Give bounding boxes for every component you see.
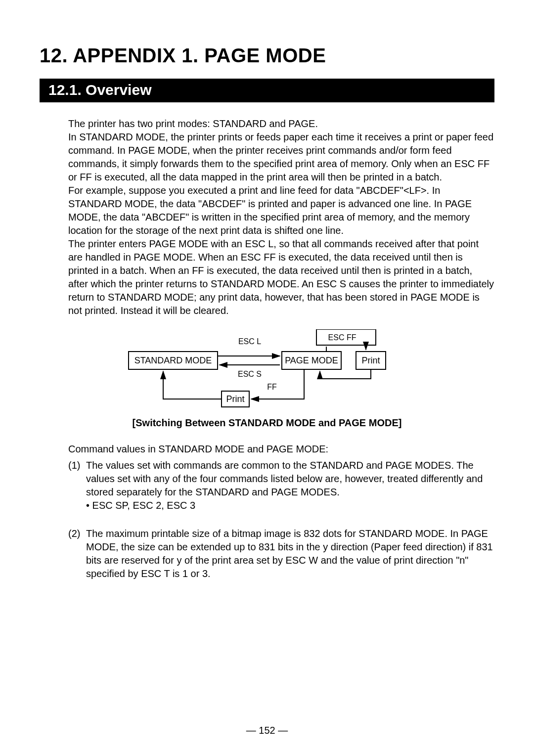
standard-mode-label: STANDARD MODE — [134, 356, 212, 365]
chapter-title: 12. APPENDIX 1. PAGE MODE — [40, 44, 494, 67]
page-number: — 152 — — [0, 725, 534, 736]
list-item: (2) The maximum printable size of a bitm… — [68, 527, 494, 580]
list-number: (2) — [68, 527, 86, 580]
print-label-bottom: Print — [226, 394, 244, 404]
cmd-values-heading: Command values in STANDARD MODE and PAGE… — [68, 443, 494, 456]
paragraph: The printer has two print modes: STANDAR… — [68, 117, 494, 131]
list-body-text: The maximum printable size of a bitmap i… — [86, 528, 493, 579]
esc-s-label: ESC S — [238, 370, 262, 378]
esc-ff-label: ESC FF — [328, 333, 356, 342]
paragraph: For example, suppose you executed a prin… — [68, 184, 494, 237]
esc-l-label: ESC L — [238, 337, 261, 346]
section-heading: 12.1. Overview — [40, 79, 494, 102]
page-mode-label: PAGE MODE — [285, 356, 338, 365]
paragraph: In STANDARD MODE, the printer prints or … — [68, 131, 494, 184]
paragraph: The printer enters PAGE MODE with an ESC… — [68, 237, 494, 317]
list-number: (1) — [68, 459, 86, 512]
print-label-right: Print — [361, 356, 380, 365]
diagram-caption: [Switching Between STANDARD MODE and PAG… — [40, 417, 494, 429]
list-body-text: The values set with commands are common … — [86, 460, 483, 497]
overview-text-block: The printer has two print modes: STANDAR… — [68, 117, 494, 317]
mode-diagram: STANDARD MODE PAGE MODE Print ESC FF ESC… — [40, 329, 494, 410]
list-item: (1) The values set with commands are com… — [68, 459, 494, 512]
ff-label: FF — [267, 383, 277, 391]
bullet-text: • ESC SP, ESC 2, ESC 3 — [86, 499, 494, 512]
